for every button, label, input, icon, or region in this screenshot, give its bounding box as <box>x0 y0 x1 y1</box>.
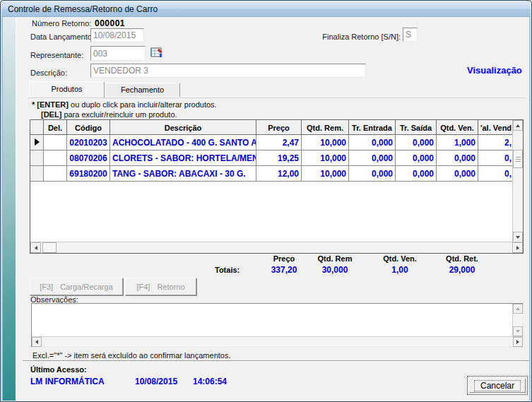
row-indicator-cell <box>31 135 44 150</box>
totals-label: Totais: <box>215 266 240 274</box>
observacoes-textarea[interactable] <box>32 305 512 336</box>
scroll-down-icon[interactable] <box>513 232 523 242</box>
cell-codigo[interactable]: 69180200 <box>67 166 110 182</box>
cell-val-vend[interactable]: 0, <box>478 166 514 182</box>
total-header-qtd-ret: Qtd. Ret. <box>432 254 492 263</box>
f3-carga-recarga-button[interactable]: [F3]Carga/Recarga <box>30 278 123 295</box>
products-grid[interactable]: Del. Código Descrição Preço Qtd. Rem. Tr… <box>30 119 524 254</box>
scroll-right-icon[interactable] <box>513 337 523 347</box>
numero-retorno-value: 000001 <box>95 18 125 28</box>
scroll-down-icon[interactable] <box>513 326 523 336</box>
cell-qtd-rem[interactable]: 10,000 <box>302 150 349 166</box>
grid-vertical-scrollbar[interactable] <box>512 120 523 242</box>
total-header-qtd-ven: Qtd. Ven. <box>370 254 430 263</box>
scroll-right-icon[interactable] <box>512 242 523 253</box>
cell-qtd-ven[interactable]: 0,000 <box>437 150 478 166</box>
total-qtd-ven-value: 1,00 <box>370 265 430 275</box>
cell-preco[interactable]: 19,25 <box>256 150 302 166</box>
representante-lookup-icon[interactable] <box>149 47 164 60</box>
tab-fechamento[interactable]: Fechamento <box>105 83 180 97</box>
cancel-button-label: Cancelar <box>474 380 521 391</box>
grid-hscroll-thumb[interactable] <box>42 242 57 253</box>
cell-tr-saida[interactable]: 0,000 <box>396 135 437 150</box>
col-descricao[interactable]: Descrição <box>110 121 256 135</box>
cell-val-vend[interactable]: 0, <box>478 150 514 166</box>
row-indicator-cell <box>31 166 44 182</box>
cell-del[interactable] <box>44 166 67 182</box>
descricao-label: Descrição: <box>30 69 67 77</box>
cell-tr-entrada[interactable]: 0,000 <box>349 150 396 166</box>
total-header-qtd-rem: Qtd. Rem <box>305 254 365 263</box>
data-lancamento-label: Data Lançamento: <box>30 32 94 41</box>
grid-vscroll-thumb[interactable] <box>513 150 523 168</box>
cell-qtd-rem[interactable]: 10,000 <box>302 135 349 150</box>
app-window: Controle de Remessa/Retorno de Carro Núm… <box>0 0 532 402</box>
window-content: Número Retorno: 000001 Data Lançamento: … <box>3 17 529 401</box>
exclusion-footnote: Excl.="*" -> item será excluído ao confi… <box>32 351 230 360</box>
cell-tr-entrada[interactable]: 0,000 <box>349 166 396 182</box>
footer-divider <box>23 360 529 362</box>
cell-codigo[interactable]: 08070206 <box>67 150 110 166</box>
table-row[interactable]: 08070206 CLORETS - SABOR: HORTELA/MEN 19… <box>31 150 514 166</box>
table-row[interactable]: 02010203 ACHOCOLATADO - 400 G. SANTO A 2… <box>31 135 514 150</box>
cell-descricao[interactable]: TANG - SABOR: ABACAXI - 30 G. <box>110 166 256 182</box>
data-lancamento-input[interactable] <box>90 28 144 42</box>
cell-preco[interactable]: 2,47 <box>256 135 302 150</box>
table-row[interactable]: 69180200 TANG - SABOR: ABACAXI - 30 G. 1… <box>31 166 514 182</box>
total-qtd-ret-value: 29,000 <box>432 265 492 275</box>
footer-empresa: LM INFORMÁTICA <box>30 377 105 386</box>
footer-data: 10/08/2015 <box>135 377 177 386</box>
row-indicator-cell <box>31 150 44 166</box>
col-del[interactable]: Del. <box>44 121 67 135</box>
del-key-hint: [DEL] <box>41 110 61 119</box>
observacoes-field[interactable] <box>31 303 524 348</box>
cell-preco[interactable]: 12,00 <box>256 166 302 182</box>
cancel-button[interactable]: Cancelar <box>467 376 528 395</box>
col-qtd-rem[interactable]: Qtd. Rem. <box>302 121 349 135</box>
instruction-line-2: [DEL] para excluir/reincluir um produto. <box>41 110 177 119</box>
grid-corner-cell <box>31 121 44 135</box>
representante-input[interactable] <box>90 46 146 61</box>
finaliza-retorno-input[interactable] <box>403 28 418 42</box>
instruction-line-1: * [ENTER] ou duplo click para incluir/al… <box>32 100 217 109</box>
cell-qtd-rem[interactable]: 10,000 <box>302 166 349 182</box>
cell-val-vend[interactable]: 2, <box>478 135 514 150</box>
observacoes-hscrollbar[interactable] <box>32 336 523 347</box>
cell-tr-entrada[interactable]: 0,000 <box>349 135 396 150</box>
tab-produtos[interactable]: Produtos <box>29 81 105 97</box>
cell-del[interactable] <box>44 135 67 150</box>
grid-horizontal-scrollbar[interactable] <box>30 242 523 253</box>
cell-tr-saida[interactable]: 0,000 <box>396 150 437 166</box>
current-row-indicator <box>35 138 40 146</box>
representante-label: Representante: <box>30 51 83 59</box>
titlebar[interactable]: Controle de Remessa/Retorno de Carro <box>1 1 531 17</box>
cell-tr-saida[interactable]: 0,000 <box>396 166 437 182</box>
cell-codigo[interactable]: 02010203 <box>67 135 110 150</box>
cell-descricao[interactable]: ACHOCOLATADO - 400 G. SANTO A <box>110 135 256 150</box>
left-accent-strip <box>3 17 16 401</box>
f4-retorno-button[interactable]: [F4]Retorno <box>125 278 196 295</box>
descricao-input[interactable] <box>90 64 366 78</box>
col-codigo[interactable]: Código <box>67 121 110 135</box>
scroll-up-icon[interactable] <box>513 120 523 131</box>
cell-descricao[interactable]: CLORETS - SABOR: HORTELA/MEN <box>110 150 256 166</box>
window-title: Controle de Remessa/Retorno de Carro <box>8 4 158 14</box>
col-tr-entrada[interactable]: Tr. Entrada <box>349 121 396 135</box>
scroll-up-icon[interactable] <box>513 304 523 314</box>
scroll-left-icon[interactable] <box>30 242 41 253</box>
cell-qtd-ven[interactable]: 0,000 <box>437 166 478 182</box>
enter-key-hint: * [ENTER] <box>32 100 69 109</box>
cell-del[interactable] <box>44 150 67 166</box>
col-val-vend[interactable]: 'al. Vend <box>478 121 514 135</box>
col-tr-saida[interactable]: Tr. Saída <box>396 121 437 135</box>
observacoes-vscrollbar[interactable] <box>512 304 523 336</box>
tab-fechamento-label: Fechamento <box>121 85 164 94</box>
ultimo-acesso-label: Último Acesso: <box>30 365 87 374</box>
tab-produtos-label: Produtos <box>51 85 82 93</box>
cell-qtd-ven[interactable]: 1,000 <box>437 135 478 150</box>
col-qtd-ven[interactable]: Qtd. Ven. <box>437 121 478 135</box>
visualizacao-status: Visualização <box>467 65 522 76</box>
scroll-left-icon[interactable] <box>32 337 42 347</box>
total-qtd-rem-value: 30,000 <box>305 265 365 275</box>
col-preco[interactable]: Preço <box>256 121 302 135</box>
